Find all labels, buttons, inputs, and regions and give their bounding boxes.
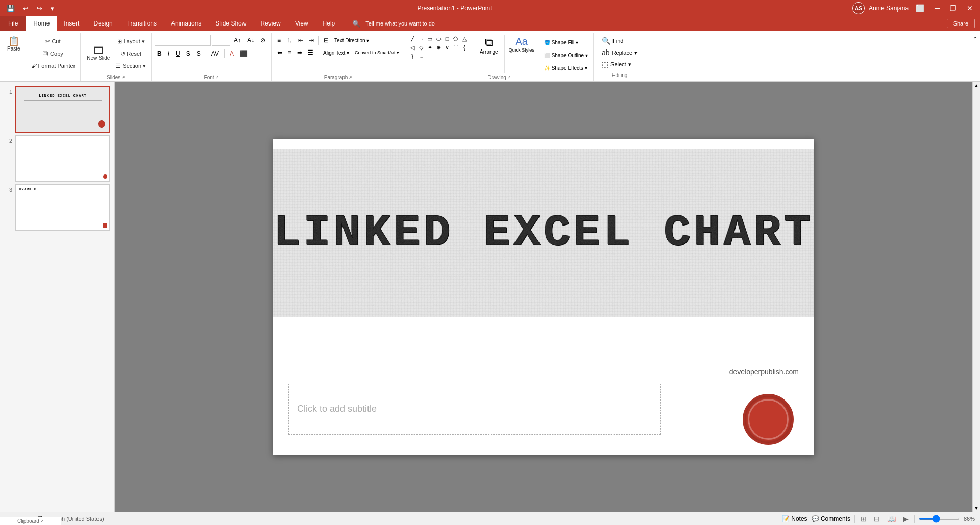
slide-canvas[interactable]: LINKED EXCEL CHART Click to add subtitle… — [273, 139, 814, 455]
find-button[interactable]: 🔍 Find — [599, 36, 641, 46]
collapse-ribbon-button[interactable]: ⌃ — [971, 35, 980, 44]
slide-thumbnail-3[interactable]: EXAMPLE — [15, 184, 110, 231]
shape-rtri-icon[interactable]: ◁ — [408, 43, 416, 52]
restore-button[interactable]: ❐ — [947, 3, 960, 13]
tab-help[interactable]: Help — [315, 16, 342, 31]
user-avatar[interactable]: AS — [852, 2, 865, 14]
tab-home[interactable]: Home — [26, 16, 57, 31]
shape-arrow-icon[interactable]: → — [417, 35, 425, 43]
columns-button[interactable]: ⊟ — [321, 35, 331, 46]
shape-star-icon[interactable]: ✦ — [426, 43, 434, 52]
undo-button[interactable]: ↩ — [20, 4, 31, 13]
align-right-button[interactable]: ➡ — [295, 47, 305, 58]
slideshow-button[interactable]: ▶ — [901, 515, 910, 523]
scroll-up-button[interactable]: ▲ — [973, 82, 980, 89]
slide-thumb-3[interactable]: 3 EXAMPLE — [4, 184, 110, 231]
font-size-input[interactable]: 54 — [212, 35, 230, 46]
section-button[interactable]: ☰ Section ▾ — [114, 60, 148, 71]
tab-file[interactable]: File — [0, 16, 26, 31]
char-spacing-button[interactable]: AV — [209, 48, 222, 59]
align-center-button[interactable]: ≡ — [285, 47, 294, 58]
tab-transitions[interactable]: Transitions — [120, 16, 164, 31]
align-left-button[interactable]: ⬅ — [275, 47, 285, 58]
reading-view-button[interactable]: 📖 — [886, 515, 897, 523]
close-button[interactable]: ✕ — [964, 3, 976, 13]
bold-button[interactable]: B — [155, 48, 164, 59]
shape-rect2-icon[interactable]: □ — [443, 35, 451, 43]
scroll-down-button[interactable]: ▼ — [973, 504, 980, 512]
cut-button[interactable]: ✂ Cut — [29, 36, 78, 47]
layout-button[interactable]: ⊞ Layout ▾ — [114, 36, 148, 47]
shape-effects-button[interactable]: ✨ Shape Effects ▾ — [542, 62, 590, 73]
shape-pentagon-icon[interactable]: ⬠ — [452, 35, 460, 43]
replace-button[interactable]: ab Replace ▾ — [599, 47, 641, 58]
select-button[interactable]: ⬚ Select ▾ — [599, 59, 641, 69]
font-color-button[interactable]: A — [227, 48, 236, 59]
font-name-input[interactable] — [155, 35, 211, 46]
normal-view-button[interactable]: ⊞ — [859, 515, 868, 523]
text-direction-button[interactable]: Text Direction ▾ — [332, 35, 372, 46]
strikethrough-button[interactable]: S — [184, 48, 193, 59]
slide-thumb-2[interactable]: 2 — [4, 135, 110, 182]
format-painter-button[interactable]: 🖌 Format Painter — [29, 60, 78, 71]
shape-tri-icon[interactable]: △ — [460, 35, 469, 43]
shape-more-icon[interactable]: ⊕ — [434, 43, 443, 52]
decrease-indent-button[interactable]: ⇤ — [296, 35, 306, 46]
shape-line-icon[interactable]: ╱ — [408, 35, 416, 43]
smartart-button[interactable]: Convert to SmartArt ▾ — [352, 47, 402, 58]
notes-button[interactable]: 📝 Notes — [782, 515, 807, 522]
paste-button[interactable]: 📋 Paste — [3, 35, 24, 54]
clipboard-group-arrow[interactable]: ↗ — [40, 519, 44, 523]
quick-styles-button[interactable]: Aa Quick Styles — [507, 35, 536, 54]
underline-button[interactable]: U — [173, 48, 183, 59]
font-group-arrow[interactable]: ↗ — [215, 75, 219, 80]
shape-fill-button[interactable]: 🪣 Shape Fill ▾ — [542, 37, 590, 48]
tab-view[interactable]: View — [288, 16, 315, 31]
shape-brace2-icon[interactable]: } — [408, 52, 416, 60]
customize-qat-button[interactable]: ▾ — [48, 4, 57, 13]
paragraph-group-arrow[interactable]: ↗ — [349, 75, 352, 80]
shape-caret-icon[interactable]: ∨ — [443, 43, 451, 52]
increase-indent-button[interactable]: ⇥ — [306, 35, 316, 46]
drawing-group-arrow[interactable]: ↗ — [507, 75, 511, 80]
slide-thumbnail-2[interactable] — [15, 135, 110, 182]
shape-rect-icon[interactable]: ▭ — [426, 35, 434, 43]
shape-curve-icon[interactable]: ⌒ — [452, 43, 460, 52]
decrease-font-button[interactable]: A↓ — [244, 35, 257, 46]
slides-group-arrow[interactable]: ↗ — [121, 75, 125, 80]
slide-thumb-1[interactable]: 1 LINKED EXCEL CHART — [4, 86, 110, 133]
copy-button[interactable]: ⿻ Copy — [29, 48, 78, 59]
clear-format-button[interactable]: ⊘ — [258, 35, 268, 46]
zoom-slider[interactable] — [919, 518, 960, 520]
shape-dia-icon[interactable]: ◇ — [417, 43, 425, 52]
bullets-button[interactable]: ≡ — [275, 35, 283, 46]
slide-subtitle-box[interactable]: Click to add subtitle — [288, 384, 661, 435]
tab-slideshow[interactable]: Slide Show — [208, 16, 253, 31]
arrange-button[interactable]: ⧉ Arrange — [477, 35, 501, 56]
slide-sorter-button[interactable]: ⊟ — [872, 515, 881, 523]
align-text-button[interactable]: Align Text ▾ — [321, 47, 352, 58]
increase-font-button[interactable]: A↑ — [231, 35, 243, 46]
highlight-button[interactable]: ⬛ — [237, 48, 250, 59]
tab-insert[interactable]: Insert — [57, 16, 86, 31]
comments-button[interactable]: 💬 Comments — [812, 515, 850, 522]
tab-design[interactable]: Design — [86, 16, 119, 31]
reset-button[interactable]: ↺ Reset — [114, 48, 148, 59]
justify-button[interactable]: ☰ — [305, 47, 316, 58]
shape-outline-button[interactable]: ⬜ Shape Outline ▾ — [542, 49, 590, 61]
numbering-button[interactable]: ⒈ — [284, 35, 295, 46]
shape-expand-icon[interactable]: ⌄ — [417, 52, 425, 60]
shadow-button[interactable]: S — [194, 48, 203, 59]
redo-button[interactable]: ↪ — [34, 4, 45, 13]
save-button[interactable]: 💾 — [4, 4, 17, 13]
ribbon-display-button[interactable]: ⬜ — [913, 3, 927, 13]
right-scrollbar[interactable]: ▲ ▼ — [972, 82, 980, 512]
tell-me-label[interactable]: Tell me what you want to do — [365, 20, 435, 27]
tab-review[interactable]: Review — [253, 16, 287, 31]
minimize-button[interactable]: ─ — [932, 3, 943, 13]
new-slide-button[interactable]: 🗖 New Slide — [84, 34, 113, 73]
shape-brace-icon[interactable]: { — [460, 43, 469, 52]
slide-thumbnail-1[interactable]: LINKED EXCEL CHART — [15, 86, 110, 133]
italic-button[interactable]: I — [165, 48, 172, 59]
shape-oval-icon[interactable]: ⬭ — [434, 35, 443, 43]
